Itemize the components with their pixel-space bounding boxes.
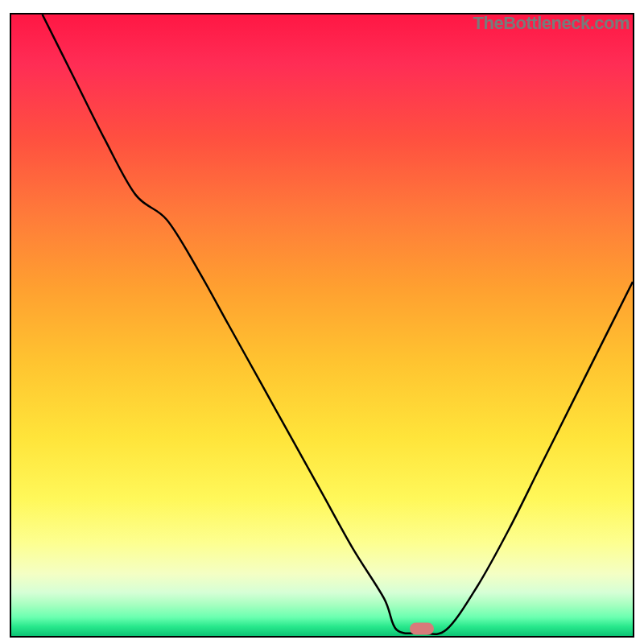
- curve-line: [43, 14, 633, 634]
- optimal-point-marker: [410, 622, 434, 634]
- watermark-text: TheBottleneck.com: [473, 13, 630, 34]
- chart-frame: TheBottleneck.com: [10, 13, 634, 638]
- bottleneck-curve: [11, 14, 633, 636]
